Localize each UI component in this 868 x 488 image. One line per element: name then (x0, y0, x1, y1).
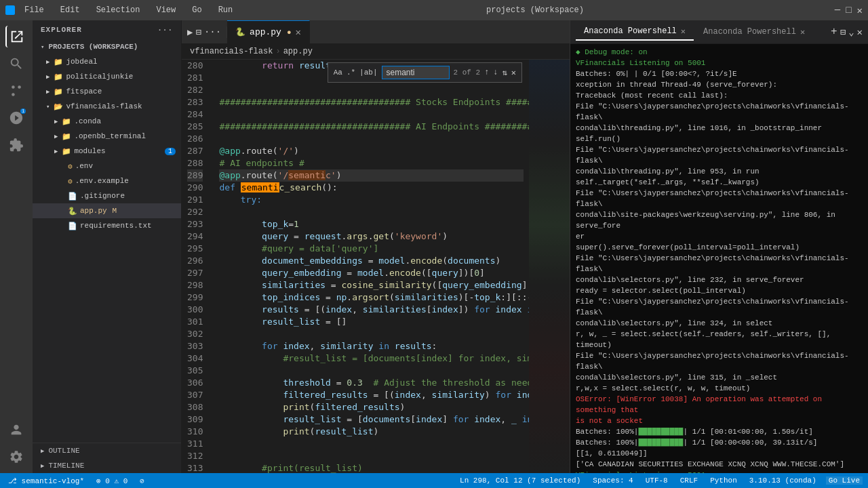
terminal-line: File "C:\Users\jaypersanchez\projects\ch… (576, 144, 863, 166)
status-go-live[interactable]: Go Live (826, 476, 863, 485)
code-line-288: # AI endpoints # (219, 157, 524, 169)
tab-app-py[interactable]: 🐍 app.py ● ✕ (227, 20, 310, 44)
activity-settings[interactable] (5, 446, 27, 468)
activity-debug[interactable]: 1 (5, 107, 27, 129)
status-spaces[interactable]: Spaces: 4 (590, 476, 635, 485)
terminal-tab-1[interactable]: Anaconda Powershell ✕ (576, 24, 694, 41)
sidebar-item-gitignore[interactable]: 📄 .gitignore (33, 188, 181, 203)
arrow-right-icon: ▶ (46, 58, 50, 66)
find-next-icon[interactable]: ↓ (493, 68, 498, 77)
find-close-icon[interactable]: ✕ (511, 68, 516, 78)
sidebar-item-modules[interactable]: ▶ 📁 modules 1 (33, 144, 181, 159)
tab-close-btn[interactable]: ✕ (296, 26, 301, 38)
menu-go[interactable]: Go (189, 4, 204, 16)
code-line-289: @app.route('/semantic') (219, 169, 524, 182)
activity-explorer[interactable] (5, 26, 27, 47)
sidebar-menu-icon[interactable]: ··· (157, 26, 173, 34)
menu-selection[interactable]: Selection (94, 4, 143, 16)
sidebar-item-app-py[interactable]: 🐍 app.py M (33, 203, 181, 218)
editor-toolbar: ▶ ⊟ ··· (182, 26, 227, 38)
find-prev-icon[interactable]: ↑ (484, 68, 489, 77)
terminal-line: conda\lib\selectors.py", line 232, in se… (576, 274, 863, 285)
window-controls: ─ □ ✕ (835, 5, 863, 16)
close-btn[interactable]: ✕ (857, 5, 863, 16)
folder-icon: 📁 (62, 132, 71, 141)
activity-bar: 1 (0, 20, 33, 473)
folder-icon: 📁 (62, 147, 71, 156)
terminal-panel: Anaconda Powershell ✕ Anaconda Powershel… (570, 20, 868, 473)
status-encoding[interactable]: UTF-8 (643, 476, 671, 485)
code-line-297: query_embedding = model.encode([query])[… (219, 267, 524, 279)
arrow-right-icon: ▶ (54, 133, 58, 140)
terminal-line: File "C:\Users\jaypersanchez\projects\ch… (576, 101, 863, 123)
status-position[interactable]: Ln 298, Col 12 (7 selected) (457, 476, 583, 485)
sidebar-project-header[interactable]: ▾ PROJECTS (WORKSPACE) (33, 39, 181, 54)
minimize-btn[interactable]: ─ (835, 5, 840, 16)
arrow-right-icon: ▶ (41, 447, 44, 455)
sidebar-item-fitspace[interactable]: ▶ 📁 fitspace (33, 84, 181, 99)
sidebar-header: EXPLORER ··· (33, 20, 181, 39)
status-python-version[interactable]: 3.10.13 (conda) (747, 476, 819, 485)
menu-edit[interactable]: Edit (58, 4, 83, 16)
sidebar-item-jobdeal[interactable]: ▶ 📁 jobdeal (33, 54, 181, 69)
sidebar-item-env-example[interactable]: ⚙ .env.example (33, 174, 181, 188)
activity-search[interactable] (5, 53, 27, 75)
sidebar-item-vfinancials[interactable]: ▾ 📂 vfinancials-flask (33, 99, 181, 114)
file-icon: 🐍 (68, 207, 77, 216)
arrow-right-icon: ▶ (46, 88, 50, 96)
terminal-line: Batches: 0%| | 0/1 [00:00<?, ?it/s]E (576, 68, 863, 79)
status-bar: ⎇ semantic-vlog* ⊗ 0 ⚠ 0 ⊘ Ln 298, Col 1… (0, 473, 868, 488)
terminal-close-1[interactable]: ✕ (681, 26, 686, 37)
menu-file[interactable]: File (22, 4, 47, 16)
terminal-line: ready = selector.select(poll_interval) (576, 285, 863, 296)
status-errors[interactable]: ⊗ 0 ⚠ 0 (94, 476, 130, 485)
timeline-header[interactable]: ▶ TIMELINE (33, 458, 181, 473)
sidebar-item-politicaljunkie[interactable]: ▶ 📁 politicaljunkie (33, 69, 181, 84)
terminal-split-icon[interactable]: ⊟ (840, 26, 846, 38)
terminal-tab-2[interactable]: Anaconda Powershell ✕ (695, 24, 813, 40)
sidebar-item-openbb[interactable]: ▶ 📁 .openbb_terminal (33, 129, 181, 144)
code-line-283: #################################### Sto… (219, 96, 524, 108)
activity-accounts[interactable] (5, 419, 27, 441)
code-line-301: result_list = [] (219, 316, 524, 328)
find-count: 2 of 2 (454, 68, 481, 77)
code-line-293: top_k=1 (219, 218, 524, 230)
activity-scm[interactable] (5, 80, 27, 102)
svg-point-1 (18, 85, 21, 89)
folder-icon: 📁 (54, 58, 63, 66)
terminal-content: ◆ Debug mode: on VFinancials Listening o… (570, 44, 868, 473)
find-input[interactable] (382, 66, 450, 79)
sidebar-item-env[interactable]: ⚙ .env (33, 159, 181, 174)
code-lines[interactable]: return results #########################… (214, 60, 529, 473)
maximize-btn[interactable]: □ (846, 5, 851, 16)
split-icon[interactable]: ⊟ (195, 26, 201, 38)
terminal-line: Batches: 100%|██████████| 1/1 [00:01<00:… (576, 426, 863, 437)
arrow-right-icon: ▶ (41, 462, 44, 470)
code-editor: 280 281 282 283 284 285 286 287 288 289 … (182, 60, 570, 473)
status-eol[interactable]: CRLF (677, 476, 701, 485)
status-remote[interactable]: ⊘ (137, 476, 147, 485)
terminal-close-2[interactable]: ✕ (800, 27, 805, 37)
terminal-close-panel-icon[interactable]: ✕ (857, 26, 863, 38)
terminal-add-icon[interactable]: + (831, 26, 837, 38)
status-language[interactable]: Python (707, 476, 740, 485)
terminal-line: conda\lib\selectors.py", line 315, in _s… (576, 372, 863, 383)
file-icon: ⚙ (68, 177, 73, 186)
code-line-290: def semantic_search(): (219, 182, 524, 194)
code-line-300: results = [(index, similarities[index]) … (219, 304, 524, 316)
find-wrap-icon[interactable]: ⇅ (502, 68, 507, 78)
terminal-line: xception in thread Thread-49 (serve_fore… (576, 79, 863, 90)
terminal-more-icon[interactable]: ⌄ (848, 26, 854, 38)
terminal-tabs: Anaconda Powershell ✕ Anaconda Powershel… (570, 20, 868, 44)
find-word: |ab| (359, 68, 377, 77)
status-branch[interactable]: ⎇ semantic-vlog* (5, 476, 87, 485)
activity-extensions[interactable] (5, 134, 27, 156)
code-line-291: try: (219, 194, 524, 206)
sidebar-item-conda[interactable]: ▶ 📁 .conda (33, 114, 181, 129)
sidebar-item-requirements[interactable]: 📄 requirements.txt (33, 218, 181, 233)
menu-view[interactable]: View (153, 4, 178, 16)
outline-header[interactable]: ▶ OUTLINE (33, 443, 181, 458)
more-icon[interactable]: ··· (204, 26, 221, 37)
menu-run[interactable]: Run (216, 4, 236, 16)
run-icon[interactable]: ▶ (187, 26, 193, 38)
